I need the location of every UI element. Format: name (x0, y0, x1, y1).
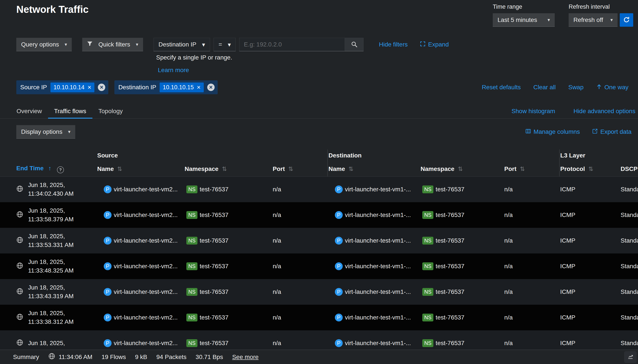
one-way-link[interactable]: One way (596, 84, 629, 91)
destination-namespace: test-76537 (436, 186, 464, 193)
time-range-select[interactable]: Last 5 minutes ▾ (493, 13, 555, 27)
table-row[interactable]: Jun 18, 2025, 11:33:53.331 AM P virt-lau… (0, 228, 638, 254)
export-icon (592, 128, 598, 136)
column-header-source-name[interactable]: Name⇅ (96, 162, 184, 176)
source-name: virt-launcher-test-vm2... (114, 263, 178, 270)
flow-date: Jun 18, 2025, (28, 181, 74, 190)
swap-link[interactable]: Swap (568, 84, 583, 91)
chip-category: Destination IP (118, 84, 156, 91)
chip-group-close-icon[interactable]: × (207, 84, 215, 91)
chip-value: 10.10.10.15 (163, 84, 194, 91)
column-header-end-time[interactable]: End Time ↑ ? (0, 162, 96, 176)
end-time-label: End Time (16, 165, 44, 172)
column-header-dscp[interactable]: DSCP⇅ (620, 162, 638, 176)
see-more-link[interactable]: See more (232, 354, 259, 360)
refresh-button[interactable] (620, 13, 633, 27)
summary-label: Summary (13, 354, 39, 360)
source-port: n/a (272, 237, 281, 244)
filter-chip[interactable]: 10.10.10.14 × (51, 82, 94, 92)
filter-value-input[interactable] (239, 38, 345, 51)
namespace-badge: NS (186, 211, 197, 219)
destination-name: virt-launcher-test-vm1-... (345, 340, 411, 347)
column-header-destination-namespace[interactable]: Namespace⇅ (420, 162, 503, 176)
query-options-dropdown[interactable]: Query options ▾ (16, 38, 72, 51)
summary-time-value: 11:34:06 AM (59, 354, 92, 360)
source-port: n/a (272, 340, 281, 346)
source-namespace: test-76537 (200, 237, 228, 244)
protocol: ICMP (559, 186, 575, 193)
column-header-destination-port[interactable]: Port⇅ (503, 162, 559, 176)
column-header-source-namespace[interactable]: Namespace⇅ (184, 162, 272, 176)
chip-group-close-icon[interactable]: × (98, 84, 105, 91)
chip-close-icon[interactable]: × (197, 84, 201, 90)
destination-namespace: test-76537 (436, 212, 464, 218)
destination-port: n/a (503, 237, 513, 244)
pod-badge: P (335, 314, 343, 322)
flow-end-time: 11:33:48.325 AM (28, 266, 74, 275)
tab-traffic-flows[interactable]: Traffic flows (48, 104, 92, 118)
expand-link[interactable]: Expand (420, 41, 449, 48)
hide-filters-link[interactable]: Hide filters (379, 41, 407, 48)
search-button[interactable] (345, 38, 364, 51)
network-traffic-page: Network Traffic Time range Last 5 minute… (0, 0, 638, 364)
column-header-destination-name[interactable]: Name⇅ (327, 162, 420, 176)
globe-icon (16, 185, 23, 194)
quick-filters-label: Quick filters (98, 41, 130, 48)
protocol: ICMP (559, 237, 575, 244)
table-row[interactable]: Jun 18, 2025, 11:33:48.325 AM P virt-lau… (0, 254, 638, 279)
learn-more-link[interactable]: Learn more (158, 66, 189, 74)
top-controls: Time range Last 5 minutes ▾ Refresh inte… (493, 4, 633, 27)
filter-operator-select[interactable]: = ▾ (214, 38, 236, 51)
manage-columns-link[interactable]: Manage columns (525, 128, 580, 136)
manage-columns-label: Manage columns (534, 128, 580, 135)
destination-port: n/a (503, 186, 513, 193)
display-options-label: Display options (21, 128, 62, 135)
summary-time: 11:34:06 AM (48, 353, 92, 361)
flow-date: Jun 18, 2025, (28, 206, 74, 215)
source-port: n/a (272, 314, 281, 321)
view-toolbar-actions: Manage columns Export data (525, 128, 631, 136)
flow-end-time: 11:33:58.379 AM (28, 215, 74, 224)
table-row[interactable]: Jun 18, 2025, 11:33:43.319 AM P virt-lau… (0, 279, 638, 305)
tab-topology[interactable]: Topology (92, 104, 129, 118)
filter-helper: Specify a single IP or range. Learn more (156, 54, 232, 74)
reset-defaults-link[interactable]: Reset defaults (482, 84, 521, 91)
tab-overview[interactable]: Overview (11, 104, 48, 118)
chip-value: 10.10.10.14 (54, 84, 85, 91)
summary-panel-button[interactable] (624, 351, 637, 363)
arrow-up-icon (596, 84, 602, 91)
chip-close-icon[interactable]: × (88, 84, 92, 90)
quick-filters-dropdown[interactable]: Quick filters ▾ (82, 38, 143, 51)
show-histogram-link[interactable]: Show histogram (511, 108, 555, 115)
active-filters-row: Source IP 10.10.10.14 × × Destination IP… (16, 80, 628, 95)
flow-date: Jun 18, 2025, (28, 232, 74, 241)
time-range-value: Last 5 minutes (498, 16, 537, 24)
clear-all-link[interactable]: Clear all (533, 84, 556, 91)
namespace-badge: NS (186, 186, 197, 193)
filter-chip[interactable]: 10.10.10.15 × (160, 82, 203, 92)
pod-badge: P (104, 211, 112, 219)
table-row[interactable]: Jun 18, 2025, 11:33:38.312 AM P virt-lau… (0, 305, 638, 330)
filter-field-select[interactable]: Destination IP ▾ (153, 38, 210, 51)
table-row[interactable]: Jun 18, 2025, P virt-launcher-test-vm2..… (0, 330, 638, 350)
help-icon[interactable]: ? (57, 166, 64, 173)
column-header-protocol[interactable]: Protocol⇅ (559, 162, 620, 176)
source-port: n/a (272, 263, 281, 270)
destination-namespace: test-76537 (436, 288, 464, 295)
advanced-options-link[interactable]: Hide advanced options (573, 108, 635, 115)
refresh-interval-label: Refresh interval (569, 4, 633, 10)
table-row[interactable]: Jun 18, 2025, 11:34:02.430 AM P virt-lau… (0, 176, 638, 202)
source-name: virt-launcher-test-vm2... (114, 212, 178, 218)
filter-search-group (239, 38, 364, 51)
pod-badge: P (104, 237, 112, 244)
display-options-dropdown[interactable]: Display options ▾ (16, 125, 75, 138)
destination-port: n/a (503, 340, 513, 346)
chevron-down-icon: ▾ (548, 17, 550, 23)
sort-icon: ⇅ (288, 166, 293, 172)
table-row[interactable]: Jun 18, 2025, 11:33:58.379 AM P virt-lau… (0, 202, 638, 228)
refresh-interval-select[interactable]: Refresh off ▾ (569, 13, 617, 27)
column-header-source-port[interactable]: Port⇅ (272, 162, 327, 176)
globe-icon (16, 339, 23, 348)
export-data-link[interactable]: Export data (592, 128, 631, 136)
pod-badge: P (335, 339, 343, 347)
